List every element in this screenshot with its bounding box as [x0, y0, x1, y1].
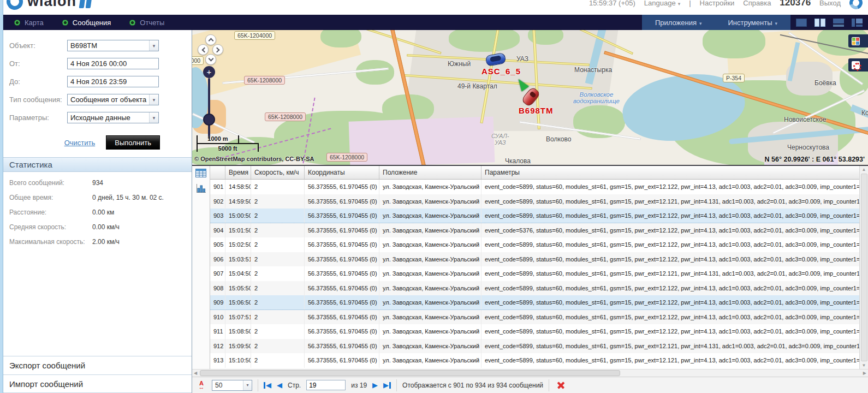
scroll-right-icon[interactable]: ▶ [863, 371, 866, 376]
horizontal-scrollbar[interactable]: ◀ ▶ [192, 369, 868, 377]
language-menu[interactable]: Language▾ [644, 0, 680, 7]
to-date-input[interactable] [67, 76, 159, 87]
clear-link[interactable]: Очистить [64, 139, 96, 147]
message-row[interactable]: 905 15:02:50 2 56.373555, 61.970455 (0) … [210, 237, 859, 252]
place-name: Волково [546, 135, 571, 143]
message-row[interactable]: 912 15:09:50 2 56.373555, 61.970455 (0) … [210, 339, 859, 354]
cell-coordinates: 56.373555, 61.970455 (0) [305, 281, 379, 296]
column-header-parameters[interactable]: Параметры [481, 166, 859, 179]
pan-left-button[interactable] [198, 44, 209, 55]
page-size-select[interactable]: 50 ▾ [212, 380, 252, 391]
place-name: 49-й Квартал [457, 82, 497, 90]
area-label: СУАЛ-УАЗ [491, 133, 509, 146]
column-header-position[interactable]: Положение [379, 166, 481, 179]
message-row[interactable]: 907 15:04:50 2 56.373555, 61.970455 (0) … [210, 266, 859, 281]
first-page-button[interactable]: ◀ [264, 381, 271, 389]
pan-right-button[interactable] [212, 44, 223, 55]
table-tools-gutter [192, 166, 210, 369]
chevron-down-icon: ▾ [678, 1, 681, 7]
zoom-slider-handle[interactable] [203, 114, 215, 126]
place-name: Новоисетское [784, 116, 826, 123]
scrollbar-thumb[interactable] [200, 370, 620, 376]
parameters-select[interactable]: Исходные данные ▾ [67, 112, 159, 123]
column-header-time[interactable]: Время [225, 166, 251, 179]
import-messages-section[interactable]: Импорт сообщений [3, 374, 192, 393]
message-row[interactable]: 902 14:59:50 2 56.373555, 61.970455 (0) … [210, 194, 859, 209]
message-row[interactable]: 910 15:07:51 2 56.373555, 61.970455 (0) … [210, 310, 859, 325]
chart-view-icon[interactable] [195, 184, 206, 193]
tab-status-dot-icon [62, 20, 68, 26]
map-traffic-button[interactable] [848, 58, 868, 72]
tab-status-dot-icon [14, 20, 20, 26]
cell-time: 15:09:50 [225, 339, 251, 354]
autofit-columns-icon[interactable]: A↔ [197, 382, 206, 389]
pan-up-button[interactable] [205, 34, 216, 45]
scroll-up-icon[interactable]: ▲ [862, 167, 866, 172]
layout-split-horizontal-icon[interactable] [833, 19, 844, 27]
message-row[interactable]: 908 15:05:50 2 56.373555, 61.970455 (0) … [210, 281, 859, 296]
next-page-button[interactable]: ▶ [372, 381, 378, 389]
pan-down-button[interactable] [205, 54, 216, 65]
message-row[interactable]: 903 15:00:50 2 56.373555, 61.970455 (0) … [210, 209, 859, 223]
cell-time: 15:08:50 [225, 324, 251, 339]
logout-link[interactable]: Выход [819, 0, 841, 7]
nav-tab[interactable]: Отчеты [129, 19, 164, 27]
settings-link[interactable]: Настройки [700, 0, 735, 7]
apps-menu[interactable]: Приложения▾ [655, 19, 702, 27]
layout-split-vertical-icon[interactable] [815, 19, 825, 27]
execute-button[interactable]: Выполнить [106, 135, 160, 150]
message-row[interactable]: 906 15:03:51 2 56.373555, 61.970455 (0) … [210, 252, 859, 267]
cell-speed: 2 [251, 324, 305, 339]
chevron-down-icon: ▾ [243, 380, 252, 390]
nav-tab-label: Сообщения [73, 19, 111, 27]
object-select[interactable]: B698TM ▾ [67, 40, 159, 51]
pages-total: из 19 [351, 382, 367, 389]
cursor-coordinates: N 56° 20.9926' : E 061° 53.8293' [765, 156, 865, 163]
cell-position: ул. Заводская, Каменск-Уральский [379, 353, 481, 368]
stat-label: Всего сообщений: [3, 179, 92, 187]
column-header-coordinates[interactable]: Координаты [305, 166, 379, 179]
prev-page-button[interactable]: ◀ [277, 381, 282, 389]
help-link[interactable]: Справка [743, 0, 771, 7]
place-name: Монастырка [574, 66, 612, 74]
map-layers-button[interactable] [848, 34, 868, 47]
cell-position: ул. Заводская, Каменск-Уральский [379, 266, 481, 281]
scroll-down-icon[interactable]: ▼ [862, 363, 866, 368]
close-icon[interactable] [557, 381, 565, 389]
message-row[interactable]: 913 15:10:50 2 56.373555, 61.970455 (0) … [210, 353, 859, 368]
statistics-row: Всего сообщений: 934 [3, 175, 192, 190]
from-date-input[interactable] [67, 58, 159, 69]
cell-position: ул. Заводская, Каменск-Уральский [379, 180, 481, 194]
message-row[interactable]: 901 14:58:50 2 56.373555, 61.970455 (0) … [210, 180, 859, 194]
column-header-num[interactable] [210, 166, 225, 179]
column-header-speed[interactable]: Скорость, км/ч [251, 166, 305, 179]
map-canvas[interactable]: 65K-1204000 65K-1204000 65K-1208000 65K-… [192, 30, 868, 166]
cell-parameters: event_code=5899, status=60, modules_st=6… [481, 295, 859, 309]
cell-speed: 2 [251, 339, 305, 354]
tools-menu[interactable]: Инструменты▾ [728, 19, 777, 27]
map-forest-patch [320, 30, 361, 47]
page-number-input[interactable] [306, 380, 346, 390]
account-id: 120376 [780, 0, 811, 8]
message-row[interactable]: 904 15:01:50 2 56.373555, 61.970455 (0) … [210, 223, 859, 238]
gurtam-ball-icon [847, 0, 865, 11]
zoom-in-button[interactable]: + [203, 66, 215, 78]
export-messages-section[interactable]: Экспорт сообщений [3, 356, 192, 374]
nav-tab[interactable]: Карта [14, 19, 44, 27]
pagination-info: Отображается с 901 по 934 из 934 сообщен… [402, 382, 543, 389]
zoom-slider-track[interactable] [208, 78, 210, 139]
scroll-left-icon[interactable]: ◀ [194, 371, 197, 376]
message-row[interactable]: 911 15:08:50 2 56.373555, 61.970455 (0) … [210, 324, 859, 339]
message-row[interactable]: 909 15:06:50 2 56.373555, 61.970455 (0) … [210, 295, 859, 310]
last-page-button[interactable]: ▶ [383, 381, 391, 389]
scrollbar-thumb[interactable] [861, 174, 867, 361]
layout-single-icon[interactable] [796, 19, 807, 27]
map-forest-patch [356, 60, 394, 85]
layout-combined-icon[interactable] [852, 19, 863, 27]
nav-tab[interactable]: Сообщения [62, 19, 111, 27]
table-view-icon[interactable] [195, 169, 206, 177]
message-type-select[interactable]: Сообщения от объекта ▾ [67, 94, 159, 105]
page-label: Стр. [288, 382, 301, 389]
cell-num: 903 [210, 209, 225, 223]
vertical-scrollbar[interactable]: ▲ ▼ [859, 166, 868, 369]
